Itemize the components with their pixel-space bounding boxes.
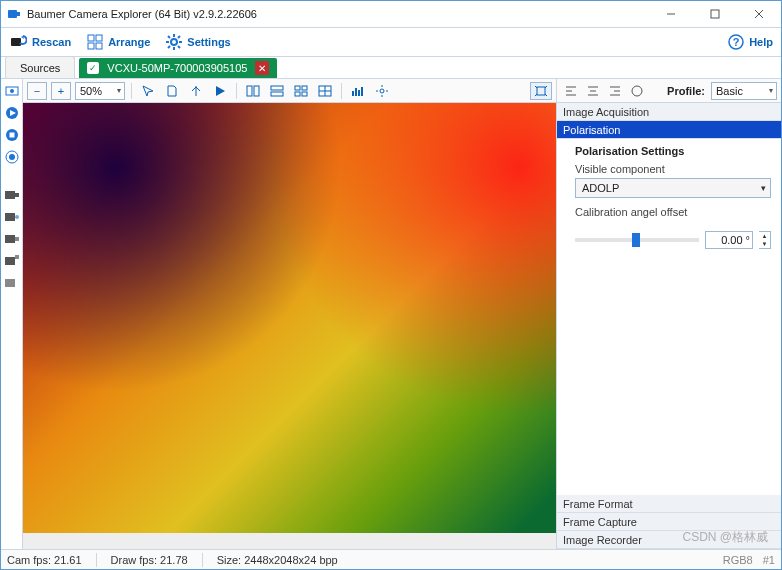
- svg-rect-1: [17, 12, 20, 16]
- zoom-value: 50%: [80, 85, 102, 97]
- tool-grid3-icon[interactable]: [291, 82, 311, 100]
- svg-rect-31: [15, 193, 19, 197]
- tool-histogram-icon[interactable]: [348, 82, 368, 100]
- svg-rect-45: [302, 86, 307, 90]
- svg-rect-46: [295, 92, 300, 96]
- svg-rect-41: [254, 86, 259, 96]
- app-icon: [7, 7, 21, 21]
- svg-rect-60: [537, 87, 545, 95]
- strip-stop-icon[interactable]: [4, 127, 20, 143]
- gear-icon: [166, 34, 182, 50]
- tool-stretch-icon[interactable]: [530, 82, 552, 100]
- strip-camera3-icon[interactable]: [4, 231, 20, 247]
- maximize-button[interactable]: [693, 1, 737, 27]
- section-frame-capture[interactable]: Frame Capture: [557, 513, 781, 531]
- svg-line-17: [178, 46, 180, 48]
- zoom-select[interactable]: 50%: [75, 82, 125, 100]
- status-draw-fps: Draw fps: 21.78: [111, 554, 188, 566]
- svg-point-33: [15, 215, 19, 219]
- settings-accordion: Image Acquisition Polarisation Polarisat…: [557, 103, 781, 549]
- tab-sources[interactable]: Sources: [5, 56, 75, 78]
- strip-play-icon[interactable]: [4, 105, 20, 121]
- svg-rect-6: [11, 38, 21, 46]
- tool-grid1-icon[interactable]: [243, 82, 263, 100]
- svg-rect-7: [88, 35, 94, 41]
- tool-page-icon[interactable]: [162, 82, 182, 100]
- calibration-offset-input[interactable]: 0.00 °: [705, 231, 753, 249]
- svg-rect-30: [5, 191, 15, 199]
- strip-camera4-icon[interactable]: [4, 253, 20, 269]
- svg-line-19: [168, 46, 170, 48]
- tab-camera[interactable]: ✓ VCXU-50MP-700003905105 ✕: [79, 58, 277, 78]
- section-polarisation[interactable]: Polarisation: [557, 121, 781, 139]
- align-left-icon[interactable]: [561, 82, 581, 100]
- svg-rect-34: [5, 235, 15, 243]
- svg-rect-9: [88, 43, 94, 49]
- image-viewport[interactable]: [23, 103, 556, 549]
- rescan-button[interactable]: Rescan: [9, 33, 71, 51]
- tool-pointer-icon[interactable]: [138, 82, 158, 100]
- right-panel: Profile: Basic Image Acquisition Polaris…: [556, 79, 781, 549]
- align-right-icon[interactable]: [605, 82, 625, 100]
- right-panel-toolbar: Profile: Basic: [557, 79, 781, 103]
- status-size: Size: 2448x2048x24 bpp: [217, 554, 338, 566]
- tool-flip-icon[interactable]: [186, 82, 206, 100]
- strip-camera2-icon[interactable]: [4, 209, 20, 225]
- calibration-offset-slider[interactable]: [575, 238, 699, 242]
- svg-rect-10: [96, 43, 102, 49]
- strip-camera1-icon[interactable]: [4, 187, 20, 203]
- section-image-acquisition[interactable]: Image Acquisition: [557, 103, 781, 121]
- strip-record-icon[interactable]: [4, 149, 20, 165]
- profile-select[interactable]: Basic: [711, 82, 777, 100]
- help-icon: ?: [728, 34, 744, 50]
- tab-sources-label: Sources: [20, 62, 60, 74]
- svg-rect-38: [5, 279, 15, 287]
- calibration-offset-value: 0.00 °: [721, 234, 750, 246]
- image-toolbar: − + 50%: [23, 79, 556, 103]
- center-column: − + 50%: [23, 79, 556, 549]
- tool-gear-icon[interactable]: [372, 82, 392, 100]
- config-icon[interactable]: [627, 82, 647, 100]
- close-button[interactable]: [737, 1, 781, 27]
- titlebar: Baumer Camera Explorer (64 Bit) v2.9.2.2…: [1, 1, 781, 27]
- strip-screenshot-icon[interactable]: [4, 83, 20, 99]
- body: − + 50%: [1, 79, 781, 549]
- svg-rect-3: [711, 10, 719, 18]
- svg-line-18: [178, 36, 180, 38]
- section-image-recorder[interactable]: Image Recorder: [557, 531, 781, 549]
- tool-grid4-icon[interactable]: [315, 82, 335, 100]
- spin-down-icon[interactable]: ▼: [759, 240, 770, 248]
- rendered-image: [23, 103, 556, 533]
- window-buttons: [649, 1, 781, 27]
- slider-thumb[interactable]: [632, 233, 640, 247]
- svg-rect-27: [9, 133, 14, 138]
- rescan-icon: [9, 33, 27, 51]
- zoom-in-button[interactable]: +: [51, 82, 71, 100]
- visible-component-select[interactable]: ADOLP: [575, 178, 771, 198]
- svg-rect-53: [358, 90, 360, 96]
- svg-rect-51: [352, 91, 354, 96]
- svg-point-55: [380, 89, 384, 93]
- left-strip: [1, 79, 23, 549]
- minimize-button[interactable]: [649, 1, 693, 27]
- svg-point-29: [9, 154, 15, 160]
- zoom-out-button[interactable]: −: [27, 82, 47, 100]
- tool-play-icon[interactable]: [210, 82, 230, 100]
- align-center-icon[interactable]: [583, 82, 603, 100]
- section-frame-format[interactable]: Frame Format: [557, 495, 781, 513]
- svg-rect-47: [302, 92, 307, 96]
- tabs-row: Sources ✓ VCXU-50MP-700003905105 ✕: [1, 57, 781, 79]
- tab-close-icon[interactable]: ✕: [255, 61, 269, 75]
- svg-rect-0: [8, 10, 17, 18]
- help-button[interactable]: ? Help: [728, 34, 773, 50]
- strip-camera5-icon[interactable]: [4, 275, 20, 291]
- calibration-offset-spin[interactable]: ▲▼: [759, 231, 771, 249]
- arrange-button[interactable]: Arrange: [87, 34, 150, 50]
- tool-grid2-icon[interactable]: [267, 82, 287, 100]
- svg-rect-43: [271, 92, 283, 96]
- spin-up-icon[interactable]: ▲: [759, 232, 770, 240]
- settings-button[interactable]: Settings: [166, 34, 230, 50]
- svg-point-70: [632, 86, 642, 96]
- calibration-offset-label: Calibration angel offset: [575, 206, 771, 218]
- svg-rect-54: [361, 87, 363, 96]
